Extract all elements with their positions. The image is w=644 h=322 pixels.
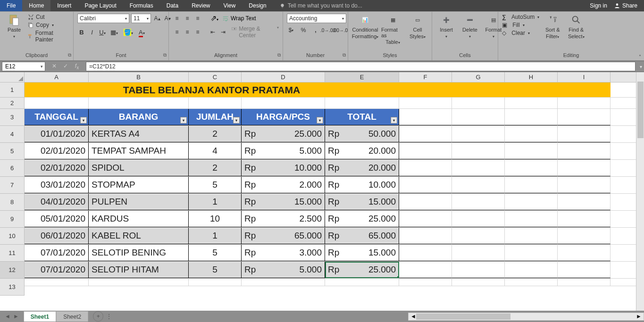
cell[interactable] — [558, 245, 611, 261]
clear-button[interactable]: ◇ Clear▾ — [502, 30, 539, 36]
cell[interactable] — [558, 279, 611, 286]
cell[interactable] — [558, 83, 611, 97]
row-10[interactable]: 10 — [0, 228, 25, 245]
cell[interactable] — [399, 211, 452, 227]
cell[interactable]: 02/01/2020 — [25, 143, 89, 159]
sheet-tab-1[interactable]: Sheet1 — [24, 311, 56, 322]
cell[interactable]: Rp2.000 — [242, 177, 325, 193]
row-13[interactable]: 13 — [0, 279, 25, 296]
copy-button[interactable]: Copy▾ — [27, 22, 69, 28]
sheet-tab-2[interactable]: Sheet2 — [56, 311, 88, 322]
row-5[interactable]: 5 — [0, 143, 25, 160]
comma-format-icon[interactable]: , — [311, 26, 320, 34]
cell[interactable] — [558, 177, 611, 193]
cell[interactable] — [505, 211, 558, 227]
name-dd-icon[interactable]: ▾ — [39, 64, 45, 69]
signin-button[interactable]: Sign in — [590, 2, 607, 9]
row-6[interactable]: 6 — [0, 160, 25, 177]
cell[interactable] — [189, 279, 242, 286]
cell[interactable] — [505, 228, 558, 244]
expand-fx-icon[interactable]: ▾ — [637, 64, 644, 69]
cell[interactable] — [399, 194, 452, 210]
col-C[interactable]: C — [189, 72, 242, 82]
cell[interactable] — [452, 194, 505, 210]
increase-font-icon[interactable]: A▴ — [153, 14, 161, 23]
filter-icon[interactable]: ▾ — [391, 117, 397, 124]
cell[interactable] — [452, 279, 505, 286]
cell[interactable] — [558, 160, 611, 176]
row-1[interactable]: 1 — [0, 83, 25, 98]
cell[interactable] — [505, 143, 558, 159]
tab-insert[interactable]: Insert — [50, 0, 78, 11]
accounting-format-icon[interactable]: $▾ — [287, 26, 295, 34]
cell[interactable]: Rp10.000 — [242, 160, 325, 176]
cell[interactable] — [505, 98, 558, 108]
bold-button[interactable]: B — [77, 29, 86, 36]
insert-cells-button[interactable]: ➕Insert▾ — [436, 14, 457, 39]
delete-cells-button[interactable]: ➖Delete▾ — [460, 14, 480, 39]
conditional-formatting-button[interactable]: 📊ConditionalFormatting▾ — [352, 14, 378, 39]
cell[interactable]: Rp15.000 — [242, 194, 325, 210]
cell[interactable] — [399, 98, 452, 108]
align-bottom-icon[interactable]: ≡ — [193, 14, 202, 23]
cell[interactable] — [505, 83, 558, 97]
filter-icon[interactable]: ▾ — [317, 117, 323, 124]
cell[interactable]: 02/01/2020 — [25, 160, 89, 176]
cell[interactable]: KABEL ROL — [89, 228, 189, 244]
cell[interactable] — [505, 177, 558, 193]
cell[interactable]: STOPMAP — [89, 177, 189, 193]
cell[interactable]: 1 — [189, 228, 242, 244]
cell[interactable] — [505, 109, 558, 125]
fx-icon[interactable]: fx — [73, 63, 81, 70]
cell[interactable] — [452, 177, 505, 193]
decrease-indent-icon[interactable]: ⇤ — [209, 28, 217, 36]
cell[interactable] — [399, 83, 452, 97]
tab-formulas[interactable]: Formulas — [123, 0, 160, 11]
cell[interactable] — [399, 177, 452, 193]
font-size-select[interactable]: 11▾ — [131, 14, 151, 23]
cell-styles-button[interactable]: ▭CellStyles▾ — [407, 14, 428, 39]
align-top-icon[interactable]: ≡ — [173, 14, 181, 23]
cell[interactable]: SELOTIP HITAM — [89, 262, 189, 278]
clipboard-launcher-icon[interactable]: ⧉ — [68, 52, 71, 58]
alignment-launcher-icon[interactable]: ⧉ — [277, 52, 281, 58]
cell[interactable] — [25, 279, 89, 286]
cell[interactable] — [505, 126, 558, 142]
filter-icon[interactable]: ▾ — [180, 117, 187, 124]
cell[interactable] — [452, 211, 505, 227]
cell[interactable]: Rp15.000 — [325, 194, 399, 210]
cell[interactable]: Rp20.000 — [325, 160, 399, 176]
sort-filter-button[interactable]: Sort &Filter▾ — [542, 14, 563, 39]
cell[interactable]: 2 — [189, 126, 242, 142]
cell[interactable]: 2 — [189, 160, 242, 176]
cell[interactable] — [89, 279, 189, 286]
cell[interactable]: 10 — [189, 211, 242, 227]
cell[interactable] — [505, 262, 558, 278]
row-12[interactable]: 12 — [0, 262, 25, 279]
cell[interactable]: 5 — [189, 262, 242, 278]
increase-decimal-icon[interactable]: .0→.00 — [324, 26, 332, 34]
cell[interactable] — [558, 262, 611, 278]
share-button[interactable]: Share — [614, 2, 637, 9]
cell[interactable]: Rp15.000 — [325, 245, 399, 261]
cell[interactable]: HARGA/PCS▾ — [242, 109, 325, 125]
cell[interactable] — [189, 98, 242, 108]
cell[interactable] — [325, 279, 399, 286]
col-E[interactable]: E — [325, 72, 399, 82]
cell[interactable]: 07/01/2020 — [25, 245, 89, 261]
cell[interactable] — [452, 143, 505, 159]
cell[interactable]: 07/01/2020 — [25, 262, 89, 278]
enter-formula-icon[interactable]: ✓ — [61, 63, 70, 70]
tell-me[interactable]: Tell me what you want to do... — [273, 2, 362, 9]
cell[interactable] — [452, 98, 505, 108]
cell[interactable] — [452, 160, 505, 176]
wrap-text-button[interactable]: Wrap Text — [222, 15, 256, 22]
cell[interactable]: TABEL BELANJA KANTOR PRATAMA — [25, 83, 399, 97]
font-color-button[interactable]: A▾ — [137, 29, 147, 36]
vertical-scrollbar[interactable] — [636, 72, 644, 311]
cell[interactable] — [505, 194, 558, 210]
col-F[interactable]: F — [399, 72, 452, 82]
cell[interactable]: 5 — [189, 177, 242, 193]
cancel-formula-icon[interactable]: ✕ — [50, 63, 59, 70]
cell[interactable]: BARANG▾ — [89, 109, 189, 125]
